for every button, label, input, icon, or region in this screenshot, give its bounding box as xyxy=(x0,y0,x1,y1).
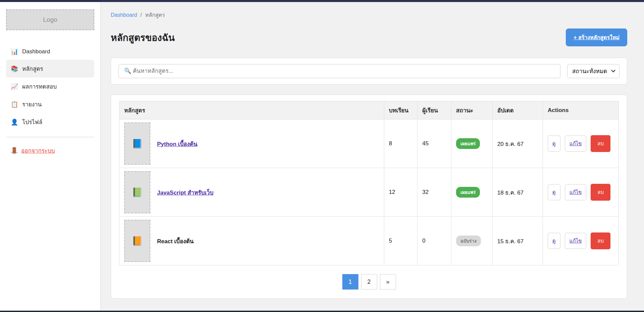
column-header-course: หลักสูตร xyxy=(119,101,384,119)
logout-label: ออกจากระบบ xyxy=(21,146,55,155)
logout-link[interactable]: 🚪 ออกจากระบบ xyxy=(11,146,55,155)
status-filter-select[interactable]: สถานะทั้งหมด xyxy=(567,64,620,78)
orange-book-icon: 📙 xyxy=(132,236,143,246)
page-title: หลักสูตรของฉัน xyxy=(111,30,175,45)
create-course-label[interactable]: + สร้างหลักสูตรใหม่ xyxy=(574,35,620,40)
chart-increasing-icon: 📈 xyxy=(11,83,18,90)
column-header-lessons: บทเรียน xyxy=(384,101,417,119)
edit-button[interactable]: แก้ไข xyxy=(565,233,587,249)
search-input[interactable] xyxy=(118,64,560,78)
pagination-next[interactable]: » xyxy=(380,274,396,290)
column-header-updated: อัปเดต xyxy=(492,101,543,119)
courses-table: หลักสูตร บทเรียน ผู้เรียน สถานะ อัปเดต A… xyxy=(119,101,619,265)
door-icon: 🚪 xyxy=(11,147,18,154)
lessons-count: 8 xyxy=(384,119,417,168)
delete-button[interactable]: ลบ xyxy=(591,184,610,201)
filter-card: สถานะทั้งหมด xyxy=(111,58,627,85)
bar-chart-icon: 📊 xyxy=(11,48,18,55)
sidebar-item-courses[interactable]: 📚 หลักสูตร xyxy=(6,60,94,77)
sidebar-item-test-results[interactable]: 📈 ผลการทดสอบ xyxy=(6,77,94,95)
table-header-row: หลักสูตร บทเรียน ผู้เรียน สถานะ อัปเดต A… xyxy=(119,101,619,119)
updated-date: 15 ธ.ค. 67 xyxy=(492,217,543,265)
sidebar: Logo 📊 Dashboard 📚 หลักสูตร 📈 ผลการทดสอบ… xyxy=(0,2,101,311)
updated-date: 18 ธ.ค. 67 xyxy=(492,168,543,217)
logo-text: Logo xyxy=(43,16,57,23)
column-header-status: สถานะ xyxy=(451,101,493,119)
edit-button[interactable]: แก้ไข xyxy=(565,184,587,200)
status-badge: เผยแพร่ xyxy=(456,138,480,149)
status-badge: ฉบับร่าง xyxy=(456,236,481,246)
sidebar-item-label: รายงาน xyxy=(22,100,42,109)
sidebar-item-reports[interactable]: 📋 รายงาน xyxy=(6,95,94,113)
column-header-students: ผู้เรียน xyxy=(417,101,451,119)
breadcrumb-current: หลักสูตร xyxy=(145,11,165,19)
course-thumbnail-placeholder: 📙 xyxy=(124,220,150,262)
sidebar-divider xyxy=(6,137,94,137)
sidebar-item-profile[interactable]: 👤 โปรไฟล์ xyxy=(6,113,94,131)
lessons-count: 5 xyxy=(384,217,417,265)
students-count: 32 xyxy=(417,168,451,217)
view-button[interactable]: ดู xyxy=(548,136,560,152)
students-count: 45 xyxy=(417,119,451,168)
pagination-page-1[interactable]: 1 xyxy=(342,274,358,290)
students-count: 0 xyxy=(417,217,451,265)
course-thumbnail-placeholder: 📗 xyxy=(124,171,150,213)
course-thumbnail-placeholder: 📘 xyxy=(124,122,150,165)
sidebar-item-label: Dashboard xyxy=(22,48,50,55)
course-title: React เบื้องต้น xyxy=(157,237,194,246)
app-frame: Logo 📊 Dashboard 📚 หลักสูตร 📈 ผลการทดสอบ… xyxy=(0,0,644,312)
sidebar-item-label: หลักสูตร xyxy=(22,64,43,73)
column-header-actions: Actions xyxy=(543,101,619,119)
delete-button[interactable]: ลบ xyxy=(591,232,610,249)
breadcrumb: Dashboard / หลักสูตร xyxy=(111,11,627,19)
courses-table-card: หลักสูตร บทเรียน ผู้เรียน สถานะ อัปเดต A… xyxy=(111,95,627,299)
table-row: 📙 React เบื้องต้น 5 0 ฉบับร่าง 15 ธ.ค. 6… xyxy=(119,217,619,265)
course-title-link[interactable]: JavaScript สำหรับเว็บ xyxy=(157,188,213,197)
clipboard-icon: 📋 xyxy=(11,101,18,108)
view-button[interactable]: ดู xyxy=(548,184,560,200)
main-content: Dashboard / หลักสูตร หลักสูตรของฉัน + สร… xyxy=(101,2,644,311)
logo: Logo xyxy=(6,9,94,30)
breadcrumb-dashboard-link[interactable]: Dashboard xyxy=(111,12,137,18)
lessons-count: 12 xyxy=(384,168,417,217)
person-icon: 👤 xyxy=(11,118,18,126)
create-course-button[interactable]: + สร้างหลักสูตรใหม่ xyxy=(566,29,627,46)
sidebar-item-label: โปรไฟล์ xyxy=(22,117,42,126)
sidebar-item-dashboard[interactable]: 📊 Dashboard xyxy=(6,44,94,60)
edit-button[interactable]: แก้ไข xyxy=(565,136,587,152)
status-filter-wrap: สถานะทั้งหมด xyxy=(567,64,620,78)
view-button[interactable]: ดู xyxy=(548,233,560,249)
updated-date: 20 ธ.ค. 67 xyxy=(492,119,543,168)
table-row: 📘 Python เบื้องต้น 8 45 เผยแพร่ 20 ธ.ค. … xyxy=(119,119,619,168)
pagination-page-2[interactable]: 2 xyxy=(361,274,377,290)
delete-button[interactable]: ลบ xyxy=(591,135,610,152)
status-badge: เผยแพร่ xyxy=(456,187,480,198)
green-book-icon: 📗 xyxy=(132,187,143,198)
books-icon: 📚 xyxy=(11,65,18,72)
sidebar-item-label: ผลการทดสอบ xyxy=(22,82,57,91)
pagination: 1 2 » xyxy=(119,274,619,290)
course-title-link[interactable]: Python เบื้องต้น xyxy=(157,139,197,148)
blue-book-icon: 📘 xyxy=(132,139,143,149)
table-row: 📗 JavaScript สำหรับเว็บ 12 32 เผยแพร่ 18… xyxy=(119,168,619,217)
breadcrumb-separator: / xyxy=(140,12,142,18)
